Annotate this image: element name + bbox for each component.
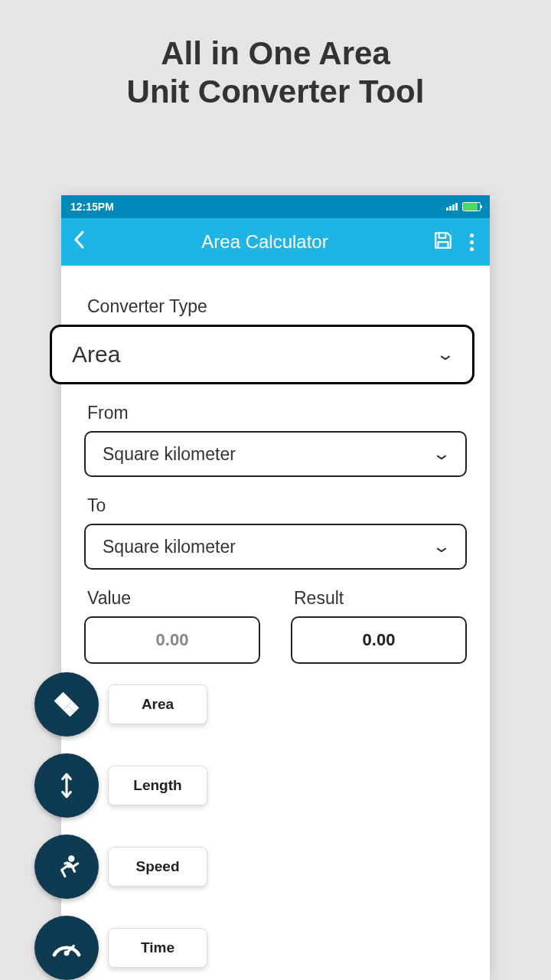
- callout-area[interactable]: Area: [34, 672, 207, 737]
- from-select[interactable]: Square kilometer ⌄: [84, 431, 467, 477]
- battery-icon: [462, 202, 481, 211]
- promo-line2: Unit Converter Tool: [0, 73, 551, 111]
- from-label: From: [87, 403, 467, 423]
- callout-time-label: Time: [108, 928, 207, 968]
- chevron-down-icon: ⌄: [432, 444, 451, 464]
- callouts: Area Length Speed Time: [34, 672, 207, 980]
- status-bar: 12:15PM: [61, 195, 490, 218]
- from-value: Square kilometer: [103, 444, 236, 465]
- chevron-down-icon: ⌄: [432, 537, 451, 557]
- svg-point-4: [68, 855, 74, 861]
- callout-speed[interactable]: Speed: [34, 835, 207, 899]
- callout-length[interactable]: Length: [34, 753, 207, 818]
- save-button[interactable]: [433, 230, 456, 253]
- promo-line1: All in One Area: [0, 34, 551, 73]
- to-value: Square kilometer: [103, 537, 236, 557]
- chevron-down-icon: ⌄: [435, 345, 455, 364]
- status-time: 12:15PM: [70, 201, 114, 213]
- more-button[interactable]: [465, 234, 478, 251]
- status-right: [446, 202, 481, 211]
- value-placeholder: 0.00: [156, 630, 189, 650]
- speed-icon: [34, 835, 99, 899]
- converter-type-value: Area: [72, 341, 120, 368]
- callout-speed-label: Speed: [108, 847, 207, 887]
- back-button[interactable]: [73, 230, 96, 254]
- app-title: Area Calculator: [96, 231, 433, 253]
- result-label: Result: [294, 588, 467, 609]
- app-bar: Area Calculator: [61, 218, 490, 266]
- converter-type-label: Converter Type: [87, 296, 467, 317]
- converter-type-select[interactable]: Area ⌄: [50, 325, 474, 384]
- result-value: 0.00: [363, 630, 396, 650]
- area-icon: [34, 672, 99, 737]
- to-label: To: [87, 495, 467, 516]
- callout-time[interactable]: Time: [34, 916, 207, 980]
- promo-title: All in One Area Unit Converter Tool: [0, 34, 551, 112]
- value-label: Value: [87, 588, 260, 609]
- value-input[interactable]: 0.00: [84, 616, 260, 664]
- signal-icon: [446, 203, 458, 211]
- result-output: 0.00: [291, 616, 467, 664]
- to-select[interactable]: Square kilometer ⌄: [84, 524, 467, 570]
- time-icon: [34, 916, 99, 980]
- callout-length-label: Length: [108, 766, 207, 805]
- callout-area-label: Area: [108, 684, 207, 724]
- length-icon: [34, 753, 99, 818]
- content: Converter Type Area ⌄ From Square kilome…: [61, 266, 490, 664]
